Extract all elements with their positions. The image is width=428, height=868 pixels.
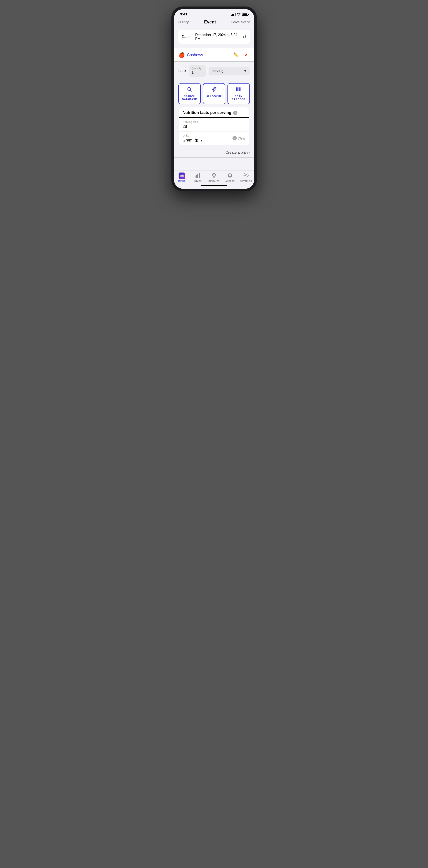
svg-rect-5 [236, 88, 237, 91]
date-row: Date December 17, 2024 at 3:24 PM ↺ [178, 30, 250, 44]
nutrition-header: Nutrition facts per serving i [179, 107, 249, 117]
clear-icon: − [232, 136, 237, 141]
nav-label-settings: SETTINGS [240, 180, 252, 183]
bottom-divider [174, 157, 254, 158]
search-database-label: SEARCHDATABASE [182, 95, 197, 101]
create-plan-button[interactable]: Create a plan › [226, 150, 250, 155]
create-plan-row: Create a plan › [174, 148, 254, 157]
home-indicator [174, 183, 254, 189]
clear-button[interactable]: − Clear [232, 136, 246, 141]
alerts-icon [227, 173, 233, 180]
svg-rect-8 [238, 88, 238, 91]
battery-icon [242, 13, 248, 16]
units-label: Units [183, 134, 232, 137]
ai-lookup-label: AI LOOKUP [206, 95, 222, 98]
quantity-label: I ate [178, 69, 186, 73]
delete-food-button[interactable]: ✕ [243, 52, 250, 58]
clear-label: Clear [238, 136, 246, 140]
quantity-hint: Quantity [192, 67, 203, 70]
ai-lookup-icon [211, 87, 217, 93]
nav-label-alerts: ALERTS [225, 180, 235, 183]
svg-point-16 [196, 175, 197, 176]
nutrition-section: Nutrition facts per serving i Serving si… [179, 107, 249, 145]
svg-line-20 [213, 174, 214, 175]
units-select[interactable]: Gram (g) ▼ [183, 138, 232, 143]
svg-rect-13 [196, 176, 197, 178]
scan-barcode-label: SCAN BARCODE [230, 95, 248, 101]
units-field: Units Gram (g) ▼ [183, 134, 232, 143]
nav-item-settings[interactable]: SETTINGS [238, 173, 254, 183]
edit-food-button[interactable]: ✏️ [232, 52, 240, 58]
bottom-nav: 📖 DIARY STATS [174, 170, 254, 183]
save-event-button[interactable]: Save event [231, 20, 250, 24]
units-dropdown-icon: ▼ [200, 139, 203, 142]
status-icons [231, 12, 248, 16]
serving-size-field: Serving size 28 [179, 118, 249, 132]
insights-icon [211, 173, 217, 180]
svg-line-1 [191, 90, 192, 92]
create-plan-label: Create a plan [226, 150, 248, 155]
date-value: December 17, 2024 at 3:24 PM [195, 33, 240, 41]
unit-selector[interactable]: serving ▼ [208, 67, 250, 75]
nutrition-info-icon[interactable]: i [233, 111, 237, 115]
page-title: Event [204, 20, 216, 25]
svg-line-4 [216, 88, 216, 89]
settings-icon [243, 173, 249, 180]
nav-item-stats[interactable]: STATS [190, 173, 206, 183]
nav-label-insights: INSIGHTS [208, 180, 220, 183]
back-button[interactable]: ‹ Diary [178, 20, 189, 25]
svg-rect-14 [197, 174, 198, 178]
stats-icon [195, 173, 201, 180]
svg-point-23 [245, 175, 247, 176]
scan-barcode-button[interactable]: SCAN BARCODE [227, 83, 250, 104]
unit-text: serving [211, 69, 224, 73]
home-bar [201, 185, 227, 186]
search-database-icon [187, 87, 192, 93]
unit-dropdown-icon: ▼ [244, 69, 247, 73]
food-section: 🍎 Cashews ✏️ ✕ [174, 49, 254, 61]
quantity-value: 1 [192, 70, 203, 75]
food-icon: 🍎 [178, 52, 185, 58]
quantity-input[interactable]: Quantity 1 [189, 65, 206, 76]
svg-rect-7 [237, 88, 238, 91]
nav-label-diary: DIARY [178, 180, 186, 182]
food-name: Cashews [187, 53, 229, 57]
serving-size-value[interactable]: 28 [183, 124, 246, 129]
create-plan-chevron-icon: › [249, 151, 250, 155]
units-value: Gram (g) [183, 138, 198, 143]
search-database-button[interactable]: SEARCHDATABASE [178, 83, 201, 104]
action-buttons: SEARCHDATABASE AI LOOKUP [174, 80, 254, 107]
ai-lookup-button[interactable]: AI LOOKUP [203, 83, 225, 104]
wifi-icon [237, 12, 241, 16]
status-bar: 9:41 [174, 9, 254, 18]
date-section: Date December 17, 2024 at 3:24 PM ↺ [174, 27, 254, 46]
refresh-date-button[interactable]: ↺ [243, 34, 246, 39]
back-label: Diary [180, 20, 189, 24]
svg-line-3 [215, 87, 216, 88]
svg-rect-9 [238, 88, 239, 91]
nav-label-stats: STATS [194, 180, 202, 183]
status-time: 9:41 [180, 12, 188, 17]
back-chevron-icon: ‹ [178, 20, 180, 25]
scan-barcode-icon [236, 87, 241, 93]
nav-item-insights[interactable]: INSIGHTS [206, 173, 222, 183]
svg-point-0 [188, 88, 191, 91]
svg-point-21 [214, 175, 215, 176]
svg-rect-10 [239, 88, 240, 91]
nav-header: ‹ Diary Event Save event [174, 18, 254, 27]
svg-rect-11 [240, 88, 240, 91]
diary-icon: 📖 [179, 173, 185, 179]
units-row: Units Gram (g) ▼ − Clear [179, 132, 249, 145]
signal-icon [231, 13, 235, 16]
serving-size-label: Serving size [183, 120, 246, 123]
date-label: Date [182, 35, 193, 39]
svg-rect-12 [240, 88, 241, 91]
nutrition-title: Nutrition facts per serving [183, 111, 231, 115]
quantity-section: I ate Quantity 1 serving ▼ [174, 62, 254, 80]
svg-rect-15 [199, 174, 200, 178]
nav-item-diary[interactable]: 📖 DIARY [174, 173, 190, 183]
nav-item-alerts[interactable]: ALERTS [222, 173, 238, 183]
